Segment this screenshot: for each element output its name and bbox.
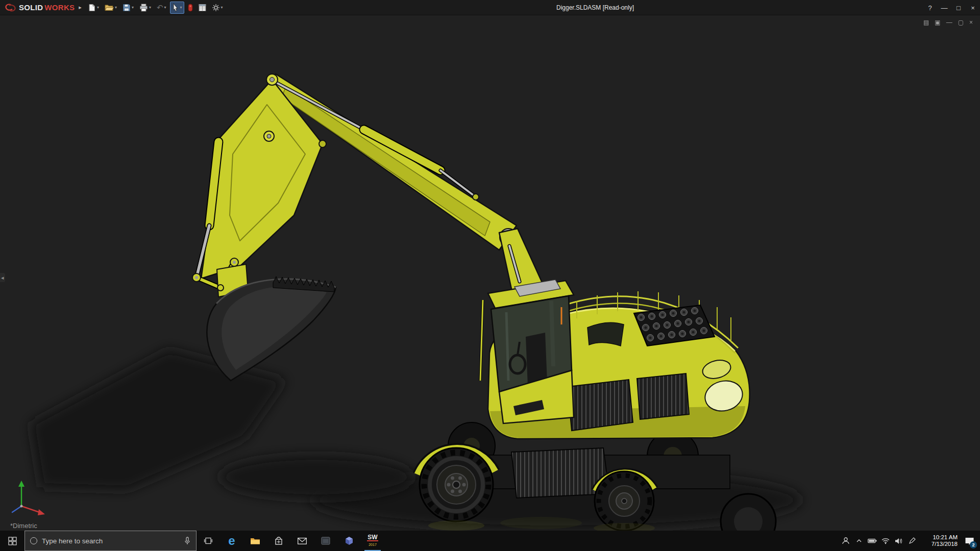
task-view-button[interactable] <box>197 531 220 551</box>
battery-icon <box>868 538 877 543</box>
help-button[interactable]: ? <box>923 4 937 12</box>
print-document-button[interactable]: ▾ <box>137 2 153 14</box>
pen-icon <box>909 537 916 544</box>
save-document-button[interactable]: ▾ <box>120 2 136 14</box>
sw-year: 2017 <box>369 542 377 547</box>
document-title: Digger.SLDASM [Read-only] <box>556 4 634 11</box>
chevron-up-icon <box>856 539 862 543</box>
window-controls: ? — □ × <box>923 0 980 15</box>
mail-button[interactable] <box>290 531 314 551</box>
dropdown-caret-icon[interactable]: ▾ <box>149 5 151 10</box>
feature-panel-collapse-arrow[interactable]: ◂ <box>0 273 5 282</box>
windows-taskbar: e <box>0 531 980 551</box>
pane-icon[interactable]: ▣ <box>935 19 940 26</box>
action-center-button[interactable]: 2 <box>961 531 978 551</box>
doc-restore-icon[interactable]: ▢ <box>958 19 964 26</box>
solidworks-window: SOLID WORKS ▸ ▾ ▾ <box>0 0 980 551</box>
people-icon <box>842 537 850 545</box>
view-orientation-label: *Dimetric <box>10 522 37 530</box>
folder-icon <box>250 537 260 545</box>
rebuild-button[interactable] <box>186 2 195 14</box>
dark-app-button[interactable] <box>314 531 337 551</box>
undo-button[interactable]: ↶ ▾ <box>155 2 168 14</box>
undo-icon: ↶ <box>157 4 163 11</box>
clock-date: 7/13/2018 <box>921 541 958 548</box>
save-floppy-icon <box>122 4 131 12</box>
volume-button[interactable] <box>892 531 905 551</box>
pane-icon[interactable]: ▤ <box>923 19 929 26</box>
taskbar-search[interactable] <box>24 531 197 551</box>
gear-icon <box>212 4 220 12</box>
solidworks-logo: SOLID WORKS <box>0 3 78 12</box>
brand-solid: SOLID <box>19 3 43 12</box>
excavator-arm[interactable] <box>192 74 543 297</box>
mail-envelope-icon <box>298 538 307 544</box>
minimize-button[interactable]: — <box>937 4 951 12</box>
file-properties-button[interactable] <box>197 2 208 14</box>
brand-works: WORKS <box>44 3 75 12</box>
microphone-icon[interactable] <box>184 537 191 545</box>
file-explorer-button[interactable] <box>243 531 267 551</box>
open-document-button[interactable]: ▾ <box>103 2 119 14</box>
clock-time: 10:21 AM <box>921 534 958 541</box>
speaker-icon <box>895 538 903 544</box>
app-window-icon <box>321 537 330 545</box>
document-window-controls: ▤ ▣ — ▢ × <box>923 19 973 26</box>
new-document-button[interactable]: ▾ <box>86 2 101 14</box>
solidworks-app-icon: SW 2017 <box>367 535 378 547</box>
dropdown-caret-icon[interactable]: ▾ <box>132 5 134 10</box>
solidworks-app-button[interactable]: SW 2017 <box>361 531 384 551</box>
hidden-icons-button[interactable] <box>852 531 866 551</box>
store-button[interactable] <box>267 531 290 551</box>
cortana-icon <box>30 537 37 544</box>
file-properties-icon <box>199 4 206 12</box>
search-input[interactable] <box>42 537 179 545</box>
sw-letters: SW <box>367 535 378 541</box>
excavator-model[interactable] <box>0 15 980 531</box>
dropdown-caret-icon[interactable]: ▾ <box>221 5 223 10</box>
network-button[interactable] <box>879 531 892 551</box>
dropdown-caret-icon[interactable]: ▾ <box>164 5 166 10</box>
open-folder-icon <box>105 4 114 11</box>
dropdown-caret-icon[interactable]: ▾ <box>115 5 117 10</box>
edge-icon: e <box>228 535 235 547</box>
start-button[interactable] <box>0 531 24 551</box>
cube-app-button[interactable] <box>337 531 361 551</box>
dropdown-caret-icon[interactable]: ▾ <box>180 5 182 10</box>
options-button[interactable]: ▾ <box>210 2 225 14</box>
select-tool-button[interactable]: ▾ <box>170 2 184 14</box>
dropdown-caret-icon[interactable]: ▾ <box>97 5 99 10</box>
rebuild-icon <box>188 4 193 12</box>
notification-badge: 2 <box>970 541 977 548</box>
menu-flyout-arrow[interactable]: ▸ <box>79 4 82 11</box>
orientation-triad-icon <box>12 481 45 515</box>
system-tray: 10:21 AM 7/13/2018 2 <box>839 531 980 551</box>
doc-close-icon[interactable]: × <box>969 19 973 26</box>
people-button[interactable] <box>839 531 852 551</box>
new-document-icon <box>88 4 96 12</box>
edge-button[interactable]: e <box>220 531 243 551</box>
dassault-logo-icon <box>4 3 17 12</box>
graphics-viewport[interactable]: ▤ ▣ — ▢ × ◂ *Dimetric <box>0 15 980 531</box>
task-view-icon <box>204 537 213 544</box>
cube-icon <box>345 536 354 545</box>
taskbar-clock[interactable]: 10:21 AM 7/13/2018 <box>921 534 958 548</box>
printer-icon <box>139 4 148 12</box>
close-button[interactable]: × <box>966 4 980 12</box>
battery-button[interactable] <box>866 531 879 551</box>
windows-ink-button[interactable] <box>905 531 919 551</box>
store-bag-icon <box>275 537 283 545</box>
select-cursor-icon <box>172 3 179 12</box>
wifi-icon <box>881 538 890 544</box>
windows-logo-icon <box>8 537 17 545</box>
maximize-button[interactable]: □ <box>951 4 966 12</box>
titlebar: SOLID WORKS ▸ ▾ ▾ <box>0 0 980 15</box>
doc-minimize-icon[interactable]: — <box>946 19 952 26</box>
quick-access-toolbar: ▾ ▾ ▾ <box>86 2 225 14</box>
